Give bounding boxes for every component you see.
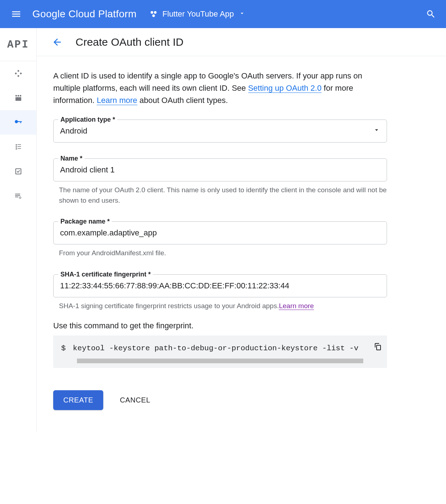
sidebar-item-dashboard[interactable] [0,61,36,86]
name-helper: The name of your OAuth 2.0 client. This … [59,185,387,206]
page-header: Create OAuth client ID [37,28,446,56]
package-label: Package name * [58,218,112,225]
svg-point-2 [152,14,155,17]
svg-rect-3 [15,169,21,174]
caret-down-icon [239,9,245,19]
name-label: Name * [58,155,85,162]
app-header: Google Cloud Platform Flutter YouTube Ap… [0,0,446,28]
copy-icon[interactable] [371,342,382,352]
link-learn-more-types[interactable]: Learn more [97,96,137,105]
sha-label: SHA-1 certificate fingerprint * [58,271,153,278]
command-code-block: $keytool -keystore path-to-debug-or-prod… [53,336,387,368]
sidebar: API [0,28,37,432]
intro-text: A client ID is used to identify a single… [53,70,387,107]
cancel-button[interactable]: CANCEL [120,396,150,404]
command-prompt: $ [61,344,66,352]
sidebar-item-page-usage[interactable] [0,184,36,208]
create-button[interactable]: CREATE [53,390,103,410]
sidebar-item-library[interactable] [0,86,36,110]
app-type-value: Android [60,126,87,136]
project-icon [150,10,158,18]
platform-logo: Google Cloud Platform [32,8,137,20]
name-input[interactable] [53,158,387,181]
sidebar-item-oauth-consent[interactable] [0,135,36,159]
svg-point-0 [150,11,153,14]
svg-rect-4 [377,345,381,350]
page-title: Create OAuth client ID [76,36,183,48]
hamburger-menu-icon[interactable] [6,4,26,24]
project-picker[interactable]: Flutter YouTube App [150,9,246,19]
project-name: Flutter YouTube App [163,9,234,19]
sidebar-item-domain-verification[interactable] [0,159,36,184]
sha-helper: SHA-1 signing certificate fingerprint re… [59,301,387,311]
command-text: keytool -keystore path-to-debug-or-produ… [73,344,359,352]
sidebar-item-credentials[interactable] [0,110,36,135]
link-setting-up-oauth[interactable]: Setting up OAuth 2.0 [248,84,322,93]
app-type-label: Application type * [58,116,117,123]
svg-point-1 [154,11,156,14]
sidebar-section-label: API [0,37,36,61]
back-arrow-icon[interactable] [52,37,63,48]
search-icon[interactable] [422,5,440,23]
horizontal-scrollbar[interactable] [77,359,363,363]
caret-down-icon [373,126,380,136]
link-sha-learn-more[interactable]: Learn more [279,302,314,310]
command-instruction: Use this command to get the fingerprint. [53,321,387,330]
package-helper: From your AndroidManifest.xml file. [59,248,387,258]
